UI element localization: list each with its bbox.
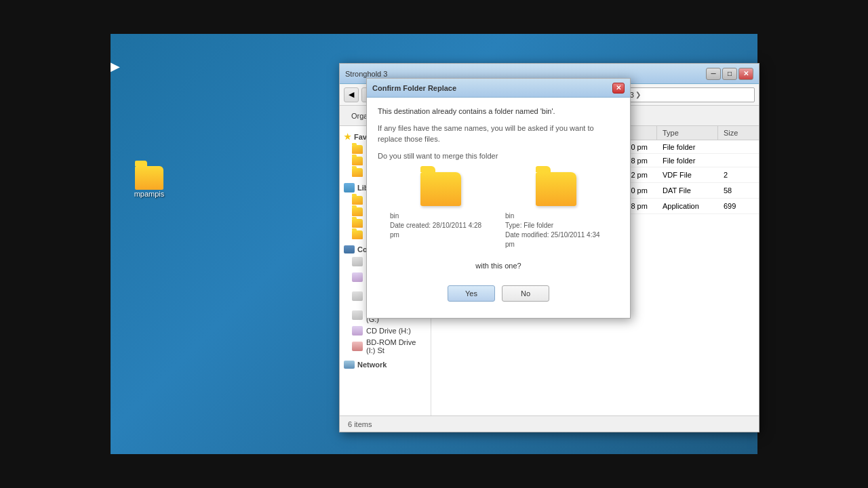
src-folder-name: bin (505, 211, 607, 221)
dest-folder-icon (420, 172, 461, 206)
file-cell-size-exe: 699 (718, 199, 759, 214)
transcend-icon (352, 291, 363, 301)
no-button[interactable]: No (502, 285, 549, 302)
documents-icon (352, 196, 363, 205)
border-top (111, 0, 757, 34)
local-disk-icon (352, 257, 363, 266)
yes-label: Yes (465, 289, 477, 298)
star-icon: ★ (344, 132, 351, 142)
dialog-title: Confirm Folder Replace (372, 84, 456, 92)
file-cell-size-bin (718, 154, 759, 167)
pictures-icon (352, 219, 363, 228)
column-type[interactable]: Type (657, 126, 718, 140)
file-cell-type-vdf: VDF File (657, 167, 718, 182)
maximize-icon: □ (728, 70, 732, 77)
minimize-button[interactable]: ─ (706, 68, 721, 80)
recent-places-folder-icon (352, 168, 363, 177)
title-bar-left: Stronghold 3 (345, 70, 387, 78)
desktop: ▶ mpampis Stronghold 3 ─ □ ✕ (0, 0, 868, 488)
sidebar-item-cd-drive[interactable]: CD Drive (H:) (340, 325, 431, 337)
file-cell-size-vdf: 2 (718, 167, 759, 182)
network-label: Network (357, 361, 387, 369)
column-size[interactable]: Size (718, 126, 759, 140)
back-icon: ◀ (349, 90, 354, 99)
yes-button[interactable]: Yes (448, 285, 495, 302)
window-title: Stronghold 3 (345, 70, 387, 78)
videos-icon (352, 230, 363, 239)
libraries-icon (344, 183, 355, 192)
dialog-title-bar: Confirm Folder Replace ✕ (367, 79, 630, 98)
music-icon (352, 207, 363, 216)
network-icon (344, 361, 355, 369)
no-label: No (521, 289, 530, 298)
dest-folder-detail: bin Date created: 28/10/2011 4:28 pm (390, 211, 492, 240)
file-cell-type-bin: File folder (657, 154, 718, 167)
network-header[interactable]: Network (340, 359, 431, 371)
file-cell-type-assets: File folder (657, 140, 718, 153)
dvd-icon (352, 272, 363, 282)
desktop-icon-label-mpampis: mpampis (134, 190, 165, 198)
nav-section-network: Network (340, 359, 431, 371)
border-bottom (111, 454, 757, 488)
breadcrumb-sep-5: ❯ (635, 91, 641, 98)
computer-icon (344, 245, 355, 253)
dest-folder-date: Date created: 28/10/2011 4:28 pm (390, 221, 492, 240)
expansion-icon (352, 310, 363, 320)
dialog-buttons: Yes No (378, 280, 619, 310)
dialog-body: This destination already contains a fold… (367, 98, 630, 318)
bd-icon (352, 342, 363, 351)
src-folder-type: Type: File folder (505, 221, 607, 230)
file-cell-size-dat: 58 (718, 183, 759, 198)
sidebar-item-bd-drive[interactable]: BD-ROM Drive (I:) St (340, 337, 431, 356)
confirm-dialog: Confirm Folder Replace ✕ This destinatio… (366, 78, 631, 319)
src-folder-modified: Date modified: 25/10/2011 4:34 pm (505, 230, 607, 249)
dialog-folders-container: bin Date created: 28/10/2011 4:28 pm bin… (378, 172, 619, 249)
dest-folder-name: bin (390, 211, 492, 221)
status-bar: 6 items (340, 415, 759, 432)
file-cell-type-exe: Application (657, 199, 718, 214)
dialog-dest-folder: bin Date created: 28/10/2011 4:28 pm (390, 172, 492, 249)
cd-label: CD Drive (H:) (366, 327, 411, 335)
downloads-folder-icon (352, 157, 363, 165)
dialog-merge-question: with this one? (378, 260, 619, 272)
back-button[interactable]: ◀ (344, 87, 359, 102)
dialog-sub-text: If any files have the same names, you wi… (378, 123, 619, 145)
src-folder-detail: bin Type: File folder Date modified: 25/… (505, 211, 607, 249)
bd-label: BD-ROM Drive (I:) St (366, 338, 425, 354)
cd-icon (352, 326, 363, 336)
desktop-icon-mpampis[interactable]: mpampis (125, 166, 173, 198)
border-right (757, 0, 868, 488)
border-left (0, 0, 111, 488)
desktop-folder-icon (352, 145, 363, 154)
src-folder-icon (536, 172, 576, 206)
minimize-icon: ─ (711, 70, 715, 77)
play-arrow-icon: ▶ (111, 58, 124, 75)
dialog-close-icon: ✕ (616, 84, 621, 92)
title-bar-buttons: ─ □ ✕ (706, 68, 753, 80)
dialog-question-text: Do you still want to merge this folder (378, 150, 619, 162)
close-button[interactable]: ✕ (738, 68, 753, 80)
dialog-src-folder: bin Type: File folder Date modified: 25/… (505, 172, 607, 249)
dialog-main-text: This destination already contains a fold… (378, 106, 619, 117)
folder-icon-mpampis (135, 166, 163, 190)
maximize-button[interactable]: □ (722, 68, 737, 80)
close-icon: ✕ (743, 70, 749, 77)
status-items-count: 6 items (348, 420, 372, 428)
file-cell-type-dat: DAT File (657, 183, 718, 198)
file-cell-size-assets (718, 140, 759, 153)
dialog-close-button[interactable]: ✕ (612, 83, 625, 94)
